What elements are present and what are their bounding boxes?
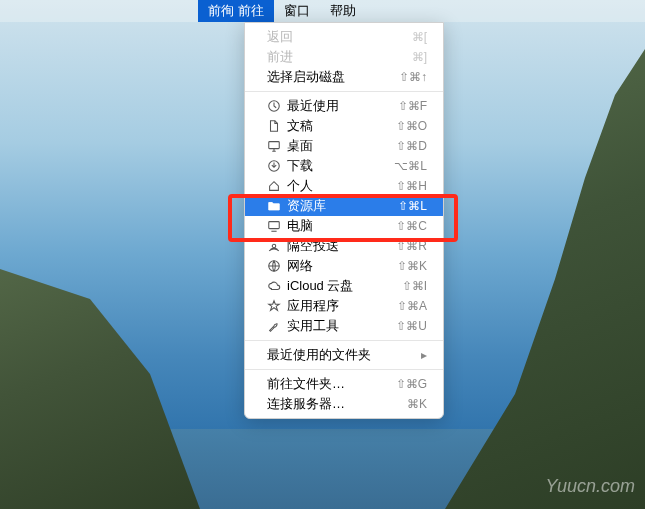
- svg-point-4: [272, 244, 276, 248]
- menu-goto-folder[interactable]: 前往文件夹… ⇧⌘G: [245, 374, 443, 394]
- menu-applications[interactable]: 应用程序 ⇧⌘A: [245, 296, 443, 316]
- menu-downloads[interactable]: 下载 ⌥⌘L: [245, 156, 443, 176]
- menu-recents[interactable]: 最近使用 ⇧⌘F: [245, 96, 443, 116]
- menu-connect-server[interactable]: 连接服务器… ⌘K: [245, 394, 443, 414]
- watermark: Yuucn.com: [546, 476, 635, 497]
- menu-window[interactable]: 窗口: [274, 0, 320, 22]
- airdrop-icon: [267, 239, 281, 253]
- home-icon: [267, 179, 281, 193]
- apps-icon: [267, 299, 281, 313]
- menu-help[interactable]: 帮助: [320, 0, 366, 22]
- cloud-icon: [267, 279, 281, 293]
- svg-rect-1: [269, 142, 280, 149]
- go-dropdown: 返回 ⌘[ 前进 ⌘] 选择启动磁盘 ⇧⌘↑ 最近使用 ⇧⌘F 文稿 ⇧⌘O 桌…: [244, 22, 444, 419]
- svg-rect-3: [269, 222, 280, 229]
- tools-icon: [267, 319, 281, 333]
- clock-icon: [267, 99, 281, 113]
- divider: [245, 340, 443, 341]
- menu-documents[interactable]: 文稿 ⇧⌘O: [245, 116, 443, 136]
- menu-desktop[interactable]: 桌面 ⇧⌘D: [245, 136, 443, 156]
- menu-startup-disk[interactable]: 选择启动磁盘 ⇧⌘↑: [245, 67, 443, 87]
- menu-computer[interactable]: 电脑 ⇧⌘C: [245, 216, 443, 236]
- menubar: 前徇 前往 窗口 帮助: [0, 0, 645, 22]
- divider: [245, 369, 443, 370]
- menu-back: 返回 ⌘[: [245, 27, 443, 47]
- menu-go[interactable]: 前徇 前往: [198, 0, 274, 22]
- menu-home[interactable]: 个人 ⇧⌘H: [245, 176, 443, 196]
- menu-forward: 前进 ⌘]: [245, 47, 443, 67]
- network-icon: [267, 259, 281, 273]
- menu-utilities[interactable]: 实用工具 ⇧⌘U: [245, 316, 443, 336]
- document-icon: [267, 119, 281, 133]
- menu-library[interactable]: 资源库 ⇧⌘L: [245, 196, 443, 216]
- menu-airdrop[interactable]: 隔空投送 ⇧⌘R: [245, 236, 443, 256]
- menu-recent-folders[interactable]: 最近使用的文件夹 ▸: [245, 345, 443, 365]
- divider: [245, 91, 443, 92]
- folder-icon: [267, 199, 281, 213]
- computer-icon: [267, 219, 281, 233]
- menu-network[interactable]: 网络 ⇧⌘K: [245, 256, 443, 276]
- chevron-right-icon: ▸: [421, 348, 427, 362]
- download-icon: [267, 159, 281, 173]
- desktop-icon: [267, 139, 281, 153]
- menu-icloud[interactable]: iCloud 云盘 ⇧⌘I: [245, 276, 443, 296]
